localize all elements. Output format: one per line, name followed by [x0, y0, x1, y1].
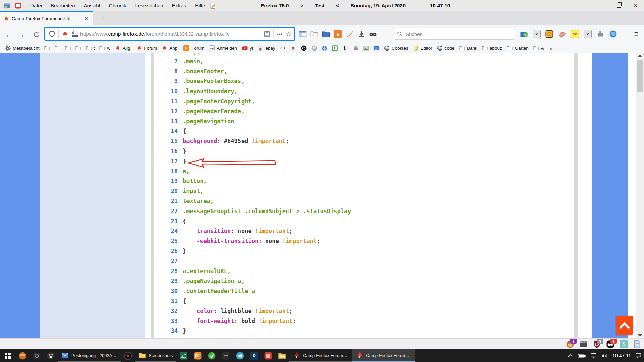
bookmark-forum[interactable]: f-fForum [181, 45, 207, 52]
bookmark-folder[interactable] [73, 45, 84, 52]
bookmark-about-[interactable]: about: [480, 45, 505, 52]
v-addon-icon[interactable]: V [533, 30, 541, 38]
back-button[interactable]: ← [3, 29, 14, 40]
bookmark-a[interactable]: A [531, 45, 546, 52]
bookmark-sphere[interactable] [309, 45, 319, 52]
speaker-icon[interactable] [601, 353, 608, 358]
taskbar-campfirefox-window-2[interactable]: Camp-Firefox Forumc... [352, 349, 415, 362]
bookmark-forum[interactable]: Forum [134, 45, 159, 52]
new-tab-button[interactable]: + [98, 13, 108, 23]
menu-hilfe[interactable]: Hilfe [195, 3, 205, 8]
eraser-addon-icon[interactable] [558, 30, 566, 38]
taskbar-orange-app-icon[interactable] [191, 349, 205, 362]
bookmark-meistbesucht[interactable]: Meistbesucht [3, 45, 42, 52]
scroll-to-top-button[interactable] [616, 316, 633, 335]
css-addon-icon[interactable]: css [571, 30, 579, 38]
taskbar-explorer-icon[interactable] [275, 349, 289, 362]
bookmark-code[interactable]: code [435, 45, 457, 52]
bookmark-bank[interactable]: Bank [457, 45, 480, 52]
search-box[interactable]: Suchen [394, 28, 515, 40]
bookmark-folder[interactable] [42, 45, 52, 52]
scrollbar-thumb[interactable] [637, 60, 643, 92]
taskbar-media-icon[interactable] [121, 349, 135, 362]
monkey-addon-icon[interactable]: 1 [566, 340, 574, 348]
menu-ansicht[interactable]: Ansicht [84, 3, 100, 8]
bookmark-t[interactable]: t [84, 45, 97, 52]
taskbar-clock[interactable]: 10:47:11 [612, 353, 631, 358]
stylus-addon-icon[interactable]: S [620, 340, 628, 348]
network-icon[interactable] [590, 353, 597, 358]
bookmark-anp-[interactable]: Anp. [159, 45, 181, 52]
tracking-shield-icon[interactable] [49, 31, 55, 37]
tab-camp-firefox[interactable]: Camp-Firefox Forumcode fü × [0, 11, 93, 25]
bookmarks-folder-icon[interactable]: ★ [310, 30, 318, 38]
download-icon[interactable] [357, 30, 365, 38]
bookmark-xred[interactable]: X [288, 45, 299, 52]
page-actions-button[interactable]: ••• [277, 32, 283, 37]
sidebar-window-icon[interactable] [299, 30, 307, 38]
eyes-addon-icon[interactable]: 1 [606, 340, 614, 348]
browser-scrollbar[interactable] [636, 53, 644, 338]
inner-scrollbar-right[interactable] [574, 53, 578, 338]
taskbar-app1-icon[interactable] [15, 349, 30, 362]
close-button[interactable]: × [627, 0, 644, 11]
bookmark-kodi[interactable] [330, 45, 340, 52]
bookmark-garten[interactable]: Garten [504, 45, 531, 52]
v2-addon-icon[interactable]: V [584, 30, 592, 38]
permissions-icon[interactable] [72, 31, 78, 37]
bookmark-folder[interactable] [63, 45, 73, 52]
scrollbar-up-arrow[interactable] [636, 53, 644, 59]
menu-chronik[interactable]: Chronik [109, 3, 126, 8]
tray-chevron-up-icon[interactable] [568, 354, 573, 357]
bookmark-planet[interactable] [319, 45, 330, 52]
binoculars-icon[interactable] [369, 30, 377, 38]
bookmark-star-button[interactable]: ☆ [286, 31, 291, 38]
orange-addon-icon[interactable]: a [334, 30, 342, 38]
scrollbar-down-arrow[interactable] [636, 333, 644, 338]
notes-pencil-icon[interactable] [210, 2, 216, 9]
tab-close-icon[interactable]: × [83, 15, 90, 22]
bookmark-puzzle[interactable] [351, 45, 361, 52]
blue-folder-icon[interactable] [322, 30, 330, 38]
menu-lesezeichen[interactable]: Lesezeichen [135, 3, 163, 8]
taskbar-red-app-icon[interactable] [261, 349, 275, 362]
taskbar-telegram-icon[interactable] [233, 349, 247, 362]
document-addon-icon[interactable] [633, 340, 641, 348]
taskbar-app2-icon[interactable] [30, 349, 44, 362]
bookmark-image[interactable] [361, 45, 371, 52]
url-text[interactable]: https://www.camp-firefox.de/forum/thema/… [80, 31, 262, 37]
minimize-button[interactable]: – [594, 0, 610, 11]
action-center-icon[interactable] [635, 353, 641, 358]
bookmarks-overflow-chevron[interactable]: » [547, 45, 555, 51]
bookmark-cfs[interactable]: Cs [278, 45, 288, 52]
ublock-addon-icon[interactable]: 3 [593, 340, 601, 348]
bookmark-cookies[interactable]: Cookies [382, 45, 411, 52]
bookmark-bars[interactable] [371, 45, 382, 52]
bookmark-w[interactable]: w [97, 45, 113, 52]
puzzle-addon-icon[interactable] [596, 30, 604, 38]
paintbrush-icon[interactable] [345, 30, 354, 38]
forward-button[interactable]: → [16, 29, 27, 40]
menu-extras[interactable]: Extras [172, 3, 186, 8]
reload-button[interactable] [31, 29, 42, 40]
bookmark-ebay[interactable]: ebay [255, 45, 277, 52]
taskbar-screenshots-window[interactable]: Screenshots [135, 349, 176, 362]
bookmark-github[interactable] [299, 45, 309, 52]
translate-addon-icon[interactable] [609, 30, 617, 38]
bookmark-allg-[interactable]: Allg. [113, 45, 134, 52]
taskbar-d-app-icon[interactable]: D [247, 349, 261, 362]
taskbar-app3-icon[interactable] [44, 349, 58, 362]
taskbar-photos-icon[interactable] [176, 349, 191, 362]
bookmark-editor[interactable]: Editor [411, 45, 435, 52]
frame-check-addon-icon[interactable] [520, 30, 528, 38]
hamburger-menu-icon[interactable]: ≡ [631, 29, 641, 39]
menu-datei[interactable]: Datei [30, 3, 42, 8]
bookmark-folder[interactable] [52, 45, 63, 52]
bookmark-tumblr[interactable]: t. [340, 45, 351, 52]
taskbar-mail-window[interactable]: Posteingang - 2002An... [58, 349, 121, 362]
url-bar[interactable]: https://www.camp-firefox.de/forum/thema/… [44, 27, 295, 41]
battery-icon[interactable] [577, 354, 586, 358]
bookmark-anmelden[interactable]: wpAnmelden [207, 45, 239, 52]
restore-button[interactable] [610, 0, 627, 11]
taskbar-dark-app-icon[interactable] [219, 349, 233, 362]
